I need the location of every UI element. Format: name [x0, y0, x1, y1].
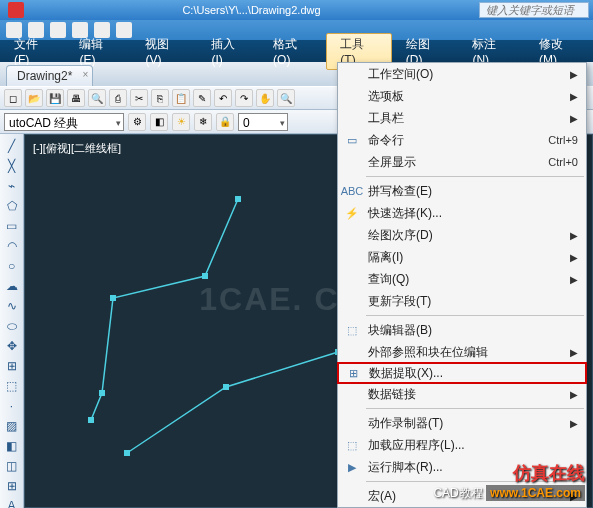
undo-icon[interactable]: ↶	[214, 89, 232, 107]
menu-item-icon	[344, 88, 360, 104]
save-icon[interactable]: 💾	[46, 89, 64, 107]
line-icon[interactable]: ╱	[3, 138, 21, 154]
menu-item[interactable]: 全屏显示Ctrl+0	[338, 151, 586, 173]
new-icon[interactable]: ◻	[4, 89, 22, 107]
menu-item-label: 拼写检查(E)	[368, 183, 432, 200]
circle-icon[interactable]: ○	[3, 258, 21, 274]
tab-drawing2[interactable]: Drawing2* ×	[6, 65, 93, 86]
layer-icon[interactable]: ◧	[150, 113, 168, 131]
menu-item[interactable]: ⬚加载应用程序(L)...	[338, 434, 586, 456]
vertex-grip[interactable]	[235, 196, 241, 202]
redo-icon[interactable]: ↷	[235, 89, 253, 107]
block-icon[interactable]: ⬚	[3, 378, 21, 394]
submenu-arrow-icon: ▶	[570, 252, 578, 263]
gradient-icon[interactable]: ◧	[3, 438, 21, 454]
rectangle-icon[interactable]: ▭	[3, 218, 21, 234]
menu-item[interactable]: ⬚块编辑器(B)	[338, 319, 586, 341]
table-icon[interactable]: ⊞	[3, 478, 21, 494]
menu-V[interactable]: 视图(V)	[131, 33, 197, 70]
menu-I[interactable]: 插入(I)	[197, 33, 259, 70]
menu-item-label: 外部参照和块在位编辑	[368, 344, 488, 361]
menu-item-label: 全屏显示	[368, 154, 416, 171]
menu-item-icon: ⚡	[344, 205, 360, 221]
paste-icon[interactable]: 📋	[172, 89, 190, 107]
menu-item[interactable]: ⚡快速选择(K)...	[338, 202, 586, 224]
ad-title: 仿真在线	[513, 463, 585, 483]
xline-icon[interactable]: ╳	[3, 158, 21, 174]
sun-icon[interactable]: ☀	[172, 113, 190, 131]
menu-O[interactable]: 格式(O)	[259, 33, 326, 70]
vertex-grip[interactable]	[202, 273, 208, 279]
freeze-icon[interactable]: ❄	[194, 113, 212, 131]
menu-item-icon	[344, 110, 360, 126]
submenu-arrow-icon: ▶	[570, 113, 578, 124]
pan-icon[interactable]: ✋	[256, 89, 274, 107]
search-input[interactable]	[479, 2, 589, 18]
match-icon[interactable]: ✎	[193, 89, 211, 107]
menu-item[interactable]: ▭命令行Ctrl+9	[338, 129, 586, 151]
point-icon[interactable]: ·	[3, 398, 21, 414]
menu-item[interactable]: 隔离(I)▶	[338, 246, 586, 268]
ad-sub: CAD教程	[433, 486, 482, 500]
menu-E[interactable]: 编辑(E)	[65, 33, 131, 70]
overlay-watermark: 仿真在线 CAD教程 www.1CAE.com	[433, 461, 585, 502]
menu-item-label: 隔离(I)	[368, 249, 403, 266]
open-icon[interactable]: 📂	[25, 89, 43, 107]
submenu-arrow-icon: ▶	[570, 91, 578, 102]
menu-item-icon	[344, 66, 360, 82]
copy-icon[interactable]: ⎘	[151, 89, 169, 107]
zoom-icon[interactable]: 🔍	[277, 89, 295, 107]
text-icon[interactable]: A	[3, 498, 21, 508]
menu-F[interactable]: 文件(F)	[0, 33, 65, 70]
menu-item[interactable]: 工具栏▶	[338, 107, 586, 129]
spline-icon[interactable]: ∿	[3, 298, 21, 314]
polygon-icon[interactable]: ⬠	[3, 198, 21, 214]
titlebar: C:\Users\Y\...\Drawing2.dwg	[0, 0, 593, 20]
region-icon[interactable]: ◫	[3, 458, 21, 474]
insert-icon[interactable]: ⊞	[3, 358, 21, 374]
submenu-arrow-icon: ▶	[570, 230, 578, 241]
menu-item[interactable]: 查询(Q)▶	[338, 268, 586, 290]
menu-item[interactable]: 数据链接▶	[338, 383, 586, 405]
close-icon[interactable]: ×	[83, 69, 89, 80]
menu-item-icon: ⊞	[345, 365, 361, 381]
vertex-grip[interactable]	[223, 384, 229, 390]
preview-icon[interactable]: 🔍	[88, 89, 106, 107]
draw-toolbar: ╱ ╳ ⌁ ⬠ ▭ ◠ ○ ☁ ∿ ⬭ ✥ ⊞ ⬚ · ▨ ◧ ◫ ⊞ A	[0, 134, 24, 508]
ellipse-icon[interactable]: ⬭	[3, 318, 21, 334]
layer-combo[interactable]: 0	[238, 113, 288, 131]
polyline-icon[interactable]: ⌁	[3, 178, 21, 194]
menu-item-label: 快速选择(K)...	[368, 205, 442, 222]
menu-item[interactable]: 更新字段(T)	[338, 290, 586, 312]
menu-item-label: 数据链接	[368, 386, 416, 403]
tools-menu-dropdown: 工作空间(O)▶选项板▶工具栏▶▭命令行Ctrl+9全屏显示Ctrl+0ABC拼…	[337, 62, 587, 508]
menu-item-label: 选项板	[368, 88, 404, 105]
separator	[366, 408, 584, 409]
menu-item[interactable]: ABC拼写检查(E)	[338, 180, 586, 202]
vertex-grip[interactable]	[99, 390, 105, 396]
workspace-combo[interactable]: utoCAD 经典	[4, 113, 124, 131]
vertex-grip[interactable]	[110, 295, 116, 301]
publish-icon[interactable]: ⎙	[109, 89, 127, 107]
menu-item[interactable]: 工作空间(O)▶	[338, 63, 586, 85]
menu-item-icon: ABC	[344, 183, 360, 199]
menu-item[interactable]: 绘图次序(D)▶	[338, 224, 586, 246]
hatch-icon[interactable]: ▨	[3, 418, 21, 434]
lock-icon[interactable]: 🔒	[216, 113, 234, 131]
menu-item[interactable]: ⊞数据提取(X)...	[337, 362, 587, 384]
menu-item-label: 动作录制器(T)	[368, 415, 443, 432]
menu-item[interactable]: 外部参照和块在位编辑▶	[338, 341, 586, 363]
move-icon[interactable]: ✥	[3, 338, 21, 354]
revcloud-icon[interactable]: ☁	[3, 278, 21, 294]
vertex-grip[interactable]	[124, 450, 130, 456]
menu-item[interactable]: 动作录制器(T)▶	[338, 412, 586, 434]
ad-url: www.1CAE.com	[486, 485, 585, 501]
gear-icon[interactable]: ⚙	[128, 113, 146, 131]
menu-item[interactable]: 选项板▶	[338, 85, 586, 107]
arc-icon[interactable]: ◠	[3, 238, 21, 254]
file-path: C:\Users\Y\...\Drawing2.dwg	[24, 4, 479, 16]
menu-item-label: 命令行	[368, 132, 404, 149]
plot-icon[interactable]: 🖶	[67, 89, 85, 107]
vertex-grip[interactable]	[88, 417, 94, 423]
cut-icon[interactable]: ✂	[130, 89, 148, 107]
